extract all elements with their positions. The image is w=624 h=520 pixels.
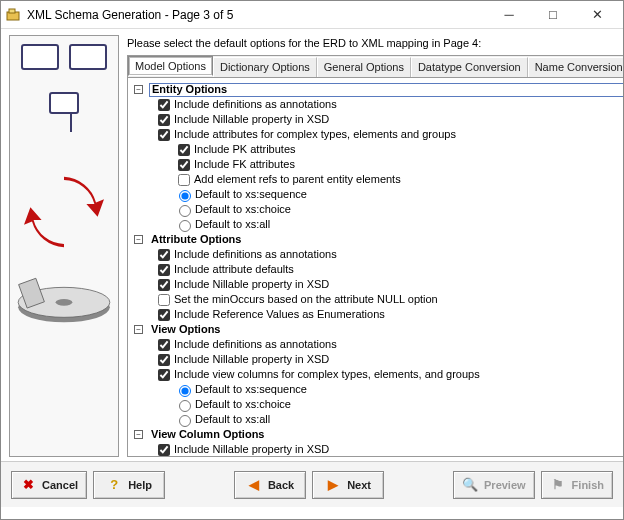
back-arrow-icon: ◀ bbox=[246, 477, 262, 493]
section-view-options: View Options bbox=[149, 323, 624, 337]
titlebar: XML Schema Generation - Page 3 of 5 ─ □ … bbox=[1, 1, 623, 29]
cancel-label: Cancel bbox=[42, 479, 78, 491]
section-attribute-options: Attribute Options bbox=[149, 233, 624, 247]
cancel-button[interactable]: ✖ Cancel bbox=[11, 471, 87, 499]
lbl-entity-seq: Default to xs:sequence bbox=[195, 187, 307, 202]
lbl-entity-fk: Include FK attributes bbox=[194, 157, 295, 172]
flag-icon: ⚑ bbox=[550, 477, 566, 493]
chk-attr-minoccurs[interactable] bbox=[158, 294, 170, 306]
collapse-toggle-viewcol[interactable]: − bbox=[134, 430, 143, 439]
disc-graphic bbox=[14, 264, 114, 334]
button-bar: ✖ Cancel ? Help ◀ Back ▶ Next 🔍 Preview … bbox=[1, 461, 623, 507]
close-button[interactable]: ✕ bbox=[575, 2, 619, 28]
cycle-arrows-icon bbox=[24, 172, 104, 252]
chk-view-cols[interactable] bbox=[158, 369, 170, 381]
maximize-button[interactable]: □ bbox=[531, 2, 575, 28]
chk-view-defs[interactable] bbox=[158, 339, 170, 351]
chk-attr-nillable[interactable] bbox=[158, 279, 170, 291]
next-button[interactable]: ▶ Next bbox=[312, 471, 384, 499]
lbl-attr-refvals: Include Reference Values as Enumerations bbox=[174, 307, 385, 322]
tab-general-options[interactable]: General Options bbox=[317, 57, 411, 77]
chk-attr-refvals[interactable] bbox=[158, 309, 170, 321]
lbl-attr-defs: Include definitions as annotations bbox=[174, 247, 337, 262]
chk-entity-defs[interactable] bbox=[158, 99, 170, 111]
collapse-toggle-attribute[interactable]: − bbox=[134, 235, 143, 244]
lbl-viewcol-nillable: Include Nillable property in XSD bbox=[174, 442, 329, 457]
lbl-entity-attrs: Include attributes for complex types, el… bbox=[174, 127, 456, 142]
collapse-toggle-view[interactable]: − bbox=[134, 325, 143, 334]
help-button[interactable]: ? Help bbox=[93, 471, 165, 499]
lbl-attr-nillable: Include Nillable property in XSD bbox=[174, 277, 329, 292]
lbl-view-choice: Default to xs:choice bbox=[195, 397, 291, 412]
svg-rect-1 bbox=[9, 9, 15, 13]
lbl-view-cols: Include view columns for complex types, … bbox=[174, 367, 480, 382]
svg-point-4 bbox=[56, 299, 73, 306]
section-view-column-options: View Column Options bbox=[149, 428, 624, 442]
lbl-view-nillable: Include Nillable property in XSD bbox=[174, 352, 329, 367]
lbl-entity-refs: Add element refs to parent entity elemen… bbox=[194, 172, 401, 187]
question-icon: ? bbox=[106, 477, 122, 493]
chk-attr-defaults[interactable] bbox=[158, 264, 170, 276]
window-title: XML Schema Generation - Page 3 of 5 bbox=[27, 8, 487, 22]
tab-bar: Model Options Dictionary Options General… bbox=[127, 55, 624, 77]
content-area: Please select the default options for th… bbox=[1, 29, 623, 461]
options-tree: − Entity Options Include definitions as … bbox=[127, 77, 624, 457]
radio-entity-choice[interactable] bbox=[179, 205, 191, 217]
lbl-entity-all: Default to xs:all bbox=[195, 217, 270, 232]
lbl-view-all: Default to xs:all bbox=[195, 412, 270, 427]
back-button[interactable]: ◀ Back bbox=[234, 471, 306, 499]
chk-entity-refs[interactable] bbox=[178, 174, 190, 186]
minimize-button[interactable]: ─ bbox=[487, 2, 531, 28]
lbl-entity-defs: Include definitions as annotations bbox=[174, 97, 337, 112]
chk-entity-nillable[interactable] bbox=[158, 114, 170, 126]
collapse-toggle-entity[interactable]: − bbox=[134, 85, 143, 94]
preview-label: Preview bbox=[484, 479, 526, 491]
erd-diagram-graphic bbox=[14, 44, 114, 154]
finish-button[interactable]: ⚑ Finish bbox=[541, 471, 613, 499]
lbl-entity-choice: Default to xs:choice bbox=[195, 202, 291, 217]
tab-name-conversion[interactable]: Name Conversion bbox=[528, 57, 624, 77]
instruction-text: Please select the default options for th… bbox=[127, 37, 624, 49]
radio-view-all[interactable] bbox=[179, 415, 191, 427]
preview-button[interactable]: 🔍 Preview bbox=[453, 471, 535, 499]
chk-entity-attrs[interactable] bbox=[158, 129, 170, 141]
lbl-view-defs: Include definitions as annotations bbox=[174, 337, 337, 352]
chk-view-nillable[interactable] bbox=[158, 354, 170, 366]
tab-datatype-conversion[interactable]: Datatype Conversion bbox=[411, 57, 528, 77]
lbl-attr-minoccurs: Set the minOccurs based on the attribute… bbox=[174, 292, 438, 307]
tab-dictionary-options[interactable]: Dictionary Options bbox=[213, 57, 317, 77]
radio-view-choice[interactable] bbox=[179, 400, 191, 412]
chk-viewcol-nillable[interactable] bbox=[158, 444, 170, 456]
finish-label: Finish bbox=[572, 479, 604, 491]
back-label: Back bbox=[268, 479, 294, 491]
radio-view-seq[interactable] bbox=[179, 385, 191, 397]
options-panel: Please select the default options for th… bbox=[123, 29, 624, 461]
x-icon: ✖ bbox=[20, 477, 36, 493]
lbl-entity-nillable: Include Nillable property in XSD bbox=[174, 112, 329, 127]
next-arrow-icon: ▶ bbox=[325, 477, 341, 493]
lbl-attr-defaults: Include attribute defaults bbox=[174, 262, 294, 277]
radio-entity-seq[interactable] bbox=[179, 190, 191, 202]
chk-attr-defs[interactable] bbox=[158, 249, 170, 261]
chk-entity-fk[interactable] bbox=[178, 159, 190, 171]
lbl-view-seq: Default to xs:sequence bbox=[195, 382, 307, 397]
radio-entity-all[interactable] bbox=[179, 220, 191, 232]
wizard-graphic bbox=[9, 35, 119, 457]
tab-model-options[interactable]: Model Options bbox=[128, 56, 213, 76]
section-entity-options: Entity Options bbox=[149, 83, 624, 97]
lbl-entity-pk: Include PK attributes bbox=[194, 142, 296, 157]
app-icon bbox=[5, 7, 21, 23]
preview-icon: 🔍 bbox=[462, 477, 478, 493]
chk-entity-pk[interactable] bbox=[178, 144, 190, 156]
next-label: Next bbox=[347, 479, 371, 491]
help-label: Help bbox=[128, 479, 152, 491]
